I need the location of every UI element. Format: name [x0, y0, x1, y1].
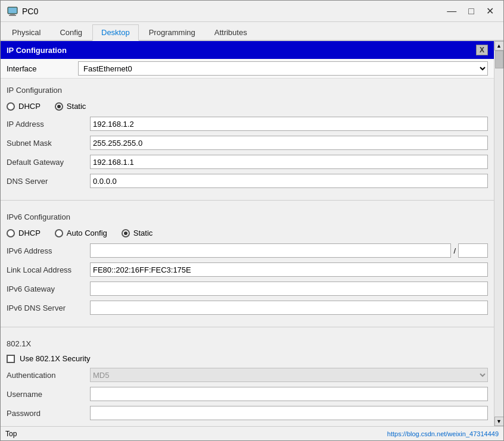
ip-address-row: IP Address — [7, 114, 488, 133]
ipv6-auto-radio[interactable] — [55, 229, 63, 237]
ipv6-slash: / — [451, 246, 458, 255]
ip-config-header: IP Configuration X — [1, 41, 494, 59]
password-input[interactable] — [90, 406, 488, 420]
ipv6-dhcp-label: DHCP — [18, 229, 41, 237]
ipv6-section: IPv6 Configuration DHCP Auto Config — [1, 205, 494, 322]
subnet-mask-label: Subnet Mask — [7, 139, 90, 148]
title-left: PC0 — [7, 5, 38, 17]
ipv6-address-input[interactable] — [90, 243, 451, 258]
ipv6-dhcp-option[interactable]: DHCP — [7, 229, 41, 237]
8021x-section-title: 802.1X — [7, 339, 488, 348]
dns-server-row: DNS Server — [7, 171, 488, 190]
ipv6-gateway-row: IPv6 Gateway — [7, 279, 488, 298]
status-left: Top — [5, 430, 17, 438]
ip-config-panel: Interface FastEthernet0 IP Configuration… — [1, 59, 494, 426]
link-local-row: Link Local Address — [7, 260, 488, 279]
ipv6-auto-label: Auto Config — [67, 229, 107, 237]
ipv4-dhcp-option[interactable]: DHCP — [7, 102, 41, 111]
tab-bar: Physical Config Desktop Programming Attr… — [1, 22, 503, 41]
subnet-mask-input[interactable] — [90, 136, 488, 150]
section-divider-2 — [1, 327, 494, 327]
content-area: IP Configuration X Interface FastEtherne… — [1, 41, 503, 426]
default-gateway-input[interactable] — [90, 155, 488, 169]
ipv4-static-radio[interactable] — [55, 102, 63, 111]
window-close-button[interactable]: ✕ — [483, 4, 497, 18]
tab-physical[interactable]: Physical — [3, 24, 49, 40]
svg-rect-1 — [10, 14, 15, 15]
subnet-mask-row: Subnet Mask — [7, 133, 488, 152]
ipv4-dhcp-radio[interactable] — [7, 102, 15, 111]
ipv4-section: IP Configuration DHCP Static — [1, 79, 494, 195]
username-input[interactable] — [90, 387, 488, 401]
username-label: Username — [7, 390, 90, 399]
interface-label: Interface — [7, 64, 78, 73]
ipv6-dns-label: IPv6 DNS Server — [7, 304, 90, 312]
ipv6-static-radio[interactable] — [122, 229, 130, 237]
scroll-track[interactable] — [494, 51, 503, 417]
link-local-label: Link Local Address — [7, 265, 90, 274]
window: PC0 — □ ✕ Physical Config Desktop Progra… — [0, 0, 504, 441]
interface-select[interactable]: FastEthernet0 — [78, 61, 488, 76]
ip-config-title: IP Configuration — [7, 46, 67, 55]
scrollbar[interactable]: ▲ ▼ — [494, 41, 503, 426]
ipv4-static-option[interactable]: Static — [55, 102, 86, 111]
ip-address-label: IP Address — [7, 120, 90, 129]
ipv6-prefix-input[interactable] — [458, 243, 488, 258]
ip-config-close-button[interactable]: X — [476, 45, 488, 55]
title-buttons: — □ ✕ — [443, 4, 497, 18]
section-divider-1 — [1, 200, 494, 201]
ipv6-static-option[interactable]: Static — [122, 229, 153, 237]
ipv6-auto-option[interactable]: Auto Config — [55, 229, 107, 237]
tab-attributes[interactable]: Attributes — [206, 24, 256, 40]
dns-server-input[interactable] — [90, 174, 488, 188]
8021x-section: 802.1X Use 802.1X Security Authenticatio… — [1, 332, 494, 426]
ipv6-dhcp-radio[interactable] — [7, 229, 15, 237]
svg-rect-3 — [8, 8, 17, 13]
ipv4-radio-row: DHCP Static — [7, 98, 488, 114]
ipv6-dns-row: IPv6 DNS Server — [7, 298, 488, 317]
username-row: Username — [7, 384, 488, 404]
ipv4-section-title: IP Configuration — [7, 86, 488, 95]
maximize-button[interactable]: □ — [465, 4, 478, 18]
scroll-thumb[interactable] — [495, 51, 503, 68]
auth-label: Authentication — [7, 371, 90, 380]
scroll-up-arrow[interactable]: ▲ — [494, 41, 504, 51]
window-title: PC0 — [22, 7, 38, 16]
title-bar: PC0 — □ ✕ — [1, 1, 503, 22]
main-panel: IP Configuration X Interface FastEtherne… — [1, 41, 494, 426]
ip-address-input[interactable] — [90, 117, 488, 131]
ipv6-static-label: Static — [133, 229, 153, 237]
dns-server-label: DNS Server — [7, 177, 90, 186]
ipv6-address-row: IPv6 Address / — [7, 241, 488, 260]
8021x-checkbox[interactable] — [7, 355, 15, 363]
status-bar: Top https://blog.csdn.net/weixin_4731444… — [1, 426, 503, 440]
ipv6-address-label: IPv6 Address — [7, 246, 90, 255]
link-local-input[interactable] — [90, 262, 488, 277]
8021x-checkbox-label: Use 802.1X Security — [20, 354, 91, 363]
password-row: Password — [7, 404, 488, 423]
minimize-button[interactable]: — — [443, 4, 460, 18]
auth-row: Authentication MD5 — [7, 365, 488, 384]
status-right: https://blog.csdn.net/weixin_47314449 — [387, 430, 499, 437]
ipv4-dhcp-label: DHCP — [18, 102, 41, 111]
ipv6-radio-row: DHCP Auto Config Static — [7, 225, 488, 241]
8021x-checkbox-row: Use 802.1X Security — [7, 352, 488, 365]
svg-rect-2 — [9, 15, 16, 16]
auth-select[interactable]: MD5 — [90, 368, 488, 382]
scroll-down-arrow[interactable]: ▼ — [494, 417, 504, 426]
default-gateway-label: Default Gateway — [7, 158, 90, 167]
ipv4-static-label: Static — [67, 102, 86, 111]
password-label: Password — [7, 409, 90, 418]
ipv6-section-title: IPv6 Configuration — [7, 212, 488, 221]
ipv6-gateway-label: IPv6 Gateway — [7, 284, 90, 293]
tab-desktop[interactable]: Desktop — [92, 24, 139, 41]
ipv6-dns-input[interactable] — [90, 301, 488, 315]
tab-config[interactable]: Config — [51, 24, 91, 40]
default-gateway-row: Default Gateway — [7, 152, 488, 171]
computer-icon — [7, 5, 18, 17]
tab-programming[interactable]: Programming — [140, 24, 204, 40]
interface-row: Interface FastEthernet0 — [1, 59, 494, 79]
ipv6-gateway-input[interactable] — [90, 282, 488, 296]
